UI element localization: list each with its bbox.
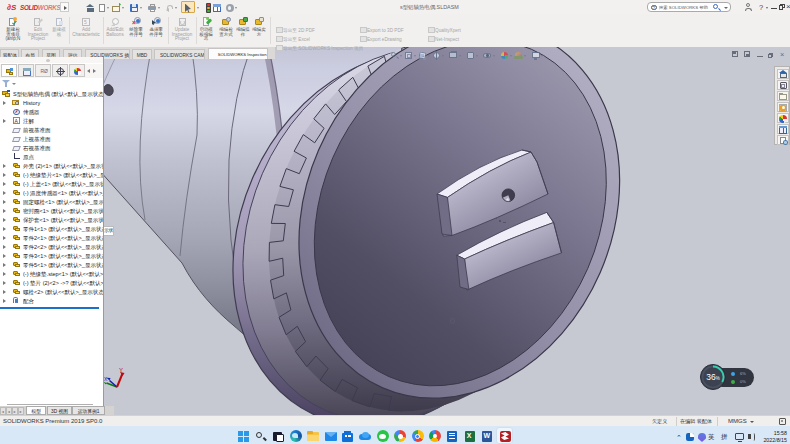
svg-text:Y: Y [119,367,123,373]
